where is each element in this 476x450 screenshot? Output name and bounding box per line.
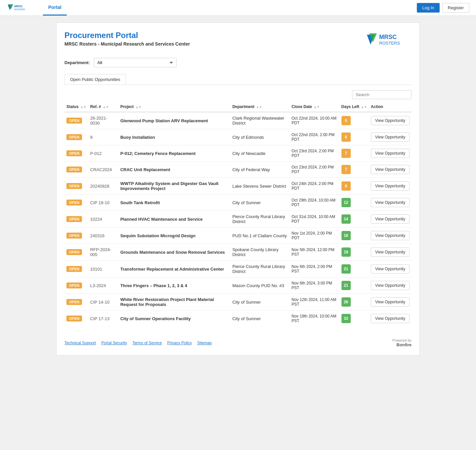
table-row: OPEN 240316 Sequim Substation Microgrid …	[64, 228, 412, 244]
cell-project: Sequim Substation Microgrid Design	[118, 228, 230, 244]
table-row: OPEN CIP 19-10 South Tank Retrofit City …	[64, 195, 412, 211]
view-opportunity-button[interactable]: View Opportunity	[371, 314, 410, 323]
cell-ref: 10101	[88, 261, 118, 278]
view-opportunity-button[interactable]: View Opportunity	[371, 214, 410, 224]
cell-action: View Opportunity	[369, 129, 412, 145]
cell-project: Glenwood Pump Station ARV Replacement	[118, 112, 230, 129]
cell-ref: CIP 19-10	[88, 195, 118, 211]
cell-project: City of Sumner Operations Facility	[118, 311, 230, 327]
cell-days-left: 12	[339, 195, 369, 211]
svg-text:ROSTERS: ROSTERS	[379, 41, 400, 46]
cell-ref: P-012	[88, 145, 118, 162]
cell-close-date: Nov 12th 2024, 11:00 AM PST	[290, 294, 339, 311]
col-status: Status ▲▼	[64, 102, 88, 112]
view-opportunity-button[interactable]: View Opportunity	[371, 116, 410, 125]
cell-ref: 10224	[88, 211, 118, 228]
table-row: OPEN 10224 Planned HVAC Maintenance and …	[64, 211, 412, 228]
cell-department: Mason County PUD No. #3	[230, 278, 290, 294]
cell-ref: RFP-2024-005	[88, 244, 118, 261]
status-badge: OPEN	[66, 167, 82, 172]
tab-open-opportunities[interactable]: Open Public Opportunities	[64, 74, 126, 85]
status-badge: OPEN	[66, 118, 82, 124]
view-opportunity-button[interactable]: View Opportunity	[371, 132, 410, 142]
table-header: Status ▲▼ Ref. # ▲▼ Project ▲▼ Departmen…	[64, 102, 412, 112]
status-badge: OPEN	[66, 282, 82, 288]
status-badge: OPEN	[66, 134, 82, 140]
days-badge: 7	[341, 149, 351, 158]
table-row: OPEN 9 Buoy Installation City of Edmonds…	[64, 129, 412, 145]
cell-close-date: Oct 22nd 2024, 10:00 AM PDT	[290, 112, 339, 129]
portal-footer: Technical SupportPortal SecurityTerms of…	[64, 334, 412, 347]
table-row: OPEN RFP-2024-005 Grounds Maintenance an…	[64, 244, 412, 261]
cell-department: City of Newcastle	[230, 145, 290, 162]
table-row: OPEN L3-2024 Three Fingers – Phase 1, 2,…	[64, 278, 412, 294]
status-badge: OPEN	[66, 150, 82, 156]
cell-days-left: 26	[339, 294, 369, 311]
department-label: Department:	[64, 60, 90, 65]
cell-close-date: Oct 23rd 2024, 2:00 PM PDT	[290, 162, 339, 178]
cell-project: Planned HVAC Maintenance and Service	[118, 211, 230, 228]
table-row: OPEN 10101 Transformer Replacement at Ad…	[64, 261, 412, 278]
cell-department: City of Sumner	[230, 195, 290, 211]
status-badge: OPEN	[66, 299, 82, 305]
portal-title: Procurement Portal	[64, 31, 190, 40]
cell-action: View Opportunity	[369, 211, 412, 228]
cell-department: Lake Stevens Sewer District	[230, 178, 290, 195]
cell-project: Transformer Replacement at Administrativ…	[118, 261, 230, 278]
cell-action: View Opportunity	[369, 145, 412, 162]
cell-days-left: 7	[339, 162, 369, 178]
login-button[interactable]: Log In	[417, 3, 439, 13]
tab-bar: Open Public Opportunities	[64, 74, 412, 85]
search-input[interactable]	[352, 90, 412, 99]
cell-project: Three Fingers – Phase 1, 2, 3 & 4	[118, 278, 230, 294]
cell-close-date: Oct 23rd 2024, 2:00 PM PDT	[290, 145, 339, 162]
department-select[interactable]: All	[94, 58, 177, 67]
cell-status: OPEN	[64, 129, 88, 145]
cell-close-date: Oct 24th 2024, 2:00 PM PDT	[290, 178, 339, 195]
cell-days-left: 5	[339, 112, 369, 129]
footer-link-privacy-policy[interactable]: Privacy Policy	[167, 341, 192, 345]
footer-link-terms-of-service[interactable]: Terms of Service	[132, 341, 162, 345]
footer-link-technical-support[interactable]: Technical Support	[64, 341, 96, 345]
cell-action: View Opportunity	[369, 112, 412, 129]
nav-portal-link[interactable]: Portal	[43, 0, 67, 16]
cell-days-left: 8	[339, 178, 369, 195]
status-badge: OPEN	[66, 249, 82, 255]
view-opportunity-button[interactable]: View Opportunity	[371, 198, 410, 207]
days-badge: 5	[341, 116, 351, 125]
cell-ref: 240316	[88, 228, 118, 244]
powered-by: Powered by Bonfire	[392, 338, 412, 347]
table-body: OPEN 26-2021-0030 Glenwood Pump Station …	[64, 112, 412, 326]
cell-ref: 26-2021-0030	[88, 112, 118, 129]
cell-department: City of Sumner	[230, 294, 290, 311]
view-opportunity-button[interactable]: View Opportunity	[371, 281, 410, 290]
register-button[interactable]: Register	[442, 3, 469, 13]
view-opportunity-button[interactable]: View Opportunity	[371, 264, 410, 274]
cell-days-left: 14	[339, 211, 369, 228]
days-badge: 21	[341, 264, 351, 274]
cell-department: Spokane County Library District	[230, 244, 290, 261]
cell-ref: CIP 17-13	[88, 311, 118, 327]
cell-department: City of Sumner	[230, 311, 290, 327]
days-badge: 7	[341, 165, 351, 174]
view-opportunity-button[interactable]: View Opportunity	[371, 247, 410, 257]
footer-link-portal-security[interactable]: Portal Security	[101, 341, 127, 345]
nav-actions: Log In Register	[417, 3, 469, 13]
footer-link-sitemap[interactable]: Sitemap	[197, 341, 212, 345]
view-opportunity-button[interactable]: View Opportunity	[371, 149, 410, 158]
view-opportunity-button[interactable]: View Opportunity	[371, 297, 410, 307]
view-opportunity-button[interactable]: View Opportunity	[371, 181, 410, 191]
cell-project: South Tank Retrofit	[118, 195, 230, 211]
cell-days-left: 19	[339, 244, 369, 261]
view-opportunity-button[interactable]: View Opportunity	[371, 231, 410, 240]
status-badge: OPEN	[66, 216, 82, 222]
portal-title-block: Procurement Portal MRSC Rosters - Munici…	[64, 31, 190, 47]
view-opportunity-button[interactable]: View Opportunity	[371, 165, 410, 174]
cell-close-date: Nov 6th 2024, 3:00 PM PST	[290, 278, 339, 294]
portal-header: Procurement Portal MRSC Rosters - Munici…	[64, 31, 412, 50]
cell-department: Pierce County Rural Library District	[230, 211, 290, 228]
col-ref: Ref. # ▲▼	[88, 102, 118, 112]
nav-links: Portal	[43, 0, 417, 16]
cell-department: Pierce County Rural Library District	[230, 261, 290, 278]
days-badge: 33	[341, 314, 351, 323]
